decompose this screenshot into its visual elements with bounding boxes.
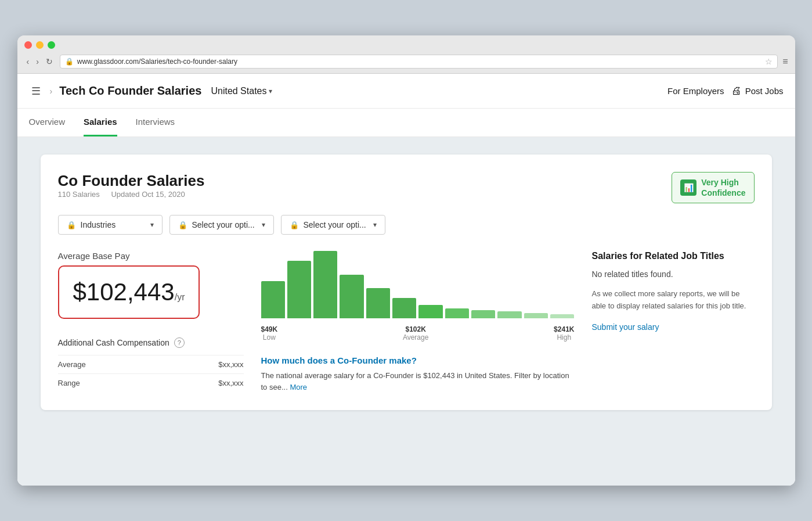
related-description: As we collect more salary reports, we wi… [592,288,755,312]
printer-icon: 🖨 [731,85,742,97]
chart-section: $49K Low $102K Average $241K High [261,251,575,393]
avg-pay-box: $102,443/yr [58,265,200,319]
faq-answer: The national average salary for a Co-Fou… [261,370,575,393]
avg-pay-label: Average Base Pay [58,251,244,261]
page-title: Tech Co Founder Salaries [59,84,201,98]
chart-label-avg: $102K Average [403,325,428,342]
post-jobs-button[interactable]: 🖨 Post Jobs [731,85,784,97]
location-chevron: ▾ [269,87,272,95]
filter-row: 🔒 Industries ▾ 🔒 Select your opti... ▾ 🔒… [58,215,755,235]
tab-salaries[interactable]: Salaries [84,109,117,136]
faq-question: How much does a Co-Founder make? [261,355,575,365]
salary-card: Co Founder Salaries 110 Salaries Updated… [41,154,772,410]
card-header: Co Founder Salaries 110 Salaries Updated… [58,172,755,210]
filter-chevron-0: ▾ [150,221,154,229]
faq-section: How much does a Co-Founder make? The nat… [261,355,575,393]
submit-salary-link[interactable]: Submit your salary [592,322,659,332]
location-text: United States [211,86,266,96]
bar-6 [418,305,442,318]
filter-lock-icon-1: 🔒 [178,221,187,229]
bar-3 [340,275,363,318]
breadcrumb-arrow: › [50,87,53,96]
tab-overview[interactable]: Overview [29,109,66,136]
bar-4 [366,288,390,318]
card-title: Co Founder Salaries [58,172,205,190]
location-selector[interactable]: United States ▾ [211,86,272,96]
browser-window: ‹ › ↻ 🔒 www.glassdoor.com/Salaries/tech-… [17,35,795,486]
filter-label-2: Select your opti... [304,220,369,229]
traffic-light-green[interactable] [48,41,55,49]
traffic-light-yellow[interactable] [36,41,44,49]
bar-8 [471,310,495,318]
filter-label-0: Industries [81,220,146,229]
tab-interviews[interactable]: Interviews [136,109,175,136]
refresh-button[interactable]: ↻ [44,56,55,67]
filter-option2[interactable]: 🔒 Select your opti... ▾ [281,215,385,235]
bar-11 [550,314,574,318]
browser-menu-icon[interactable]: ≡ [782,56,788,67]
filter-industries[interactable]: 🔒 Industries ▾ [58,215,163,235]
top-nav: ☰ › Tech Co Founder Salaries United Stat… [17,74,795,109]
bar-7 [445,308,469,318]
filter-chevron-1: ▾ [262,221,265,229]
confidence-chart-icon: 📊 [680,179,696,196]
cash-row-average: Average $xx,xxx [58,355,244,373]
tabs-bar: Overview Salaries Interviews [17,109,795,137]
cash-label-range: Range [58,379,80,387]
bar-2 [313,251,337,318]
filter-lock-icon-2: 🔒 [290,221,299,229]
additional-cash-section: Additional Cash Compensation ? Average $… [58,337,244,392]
url-text: www.glassdoor.com/Salaries/tech-co-found… [77,58,762,66]
bookmark-icon[interactable]: ☆ [765,57,773,66]
cash-row-range: Range $xx,xxx [58,373,244,392]
related-section: Salaries for Related Job Titles No relat… [592,251,755,393]
histogram [261,251,575,321]
filter-chevron-2: ▾ [373,221,377,229]
confidence-text: Very High Confidence [701,177,745,198]
hamburger-button[interactable]: ☰ [29,82,43,100]
traffic-lights [24,41,788,49]
browser-chrome: ‹ › ↻ 🔒 www.glassdoor.com/Salaries/tech-… [17,35,795,74]
related-titles-heading: Salaries for Related Job Titles [592,251,755,261]
chart-label-high: $241K High [554,325,574,342]
filter-lock-icon-0: 🔒 [67,221,76,229]
card-title-group: Co Founder Salaries 110 Salaries Updated… [58,172,205,210]
help-icon[interactable]: ? [174,337,185,348]
chart-labels: $49K Low $102K Average $241K High [261,325,575,342]
faq-more-link[interactable]: More [290,383,307,391]
address-bar[interactable]: 🔒 www.glassdoor.com/Salaries/tech-co-fou… [60,55,778,69]
traffic-light-red[interactable] [24,41,32,49]
address-bar-row: ‹ › ↻ 🔒 www.glassdoor.com/Salaries/tech-… [24,55,788,73]
additional-cash-title: Additional Cash Compensation ? [58,337,244,348]
nav-buttons: ‹ › ↻ [24,56,55,67]
salaries-count: 110 Salaries [58,190,100,199]
confidence-badge: 📊 Very High Confidence [672,172,754,203]
avg-pay-amount: $102,443 [73,278,175,306]
bar-5 [392,298,416,318]
chart-label-low: $49K Low [261,325,278,342]
content-grid: Average Base Pay $102,443/yr Additional … [58,251,755,393]
filter-label-1: Select your opti... [192,220,257,229]
card-meta: 110 Salaries Updated Oct 15, 2020 [58,190,205,199]
for-employers-link[interactable]: For Employers [667,86,724,96]
no-related-text: No related titles found. [592,270,755,279]
forward-button[interactable]: › [34,56,41,67]
page-content: ☰ › Tech Co Founder Salaries United Stat… [17,74,795,486]
bar-0 [261,281,285,318]
filter-option1[interactable]: 🔒 Select your opti... ▾ [169,215,274,235]
cash-value-average: $xx,xxx [218,360,243,369]
avg-pay-section: Average Base Pay $102,443/yr Additional … [58,251,244,393]
cash-value-range: $xx,xxx [218,379,243,387]
bar-9 [497,311,521,318]
cash-label-average: Average [58,360,86,369]
updated-date: Updated Oct 15, 2020 [111,190,185,199]
ssl-lock-icon: 🔒 [65,58,74,66]
bar-10 [524,313,548,318]
bar-1 [287,261,311,318]
back-button[interactable]: ‹ [24,56,32,67]
avg-pay-unit: /yr [175,292,185,302]
main-content: Co Founder Salaries 110 Salaries Updated… [17,137,795,486]
